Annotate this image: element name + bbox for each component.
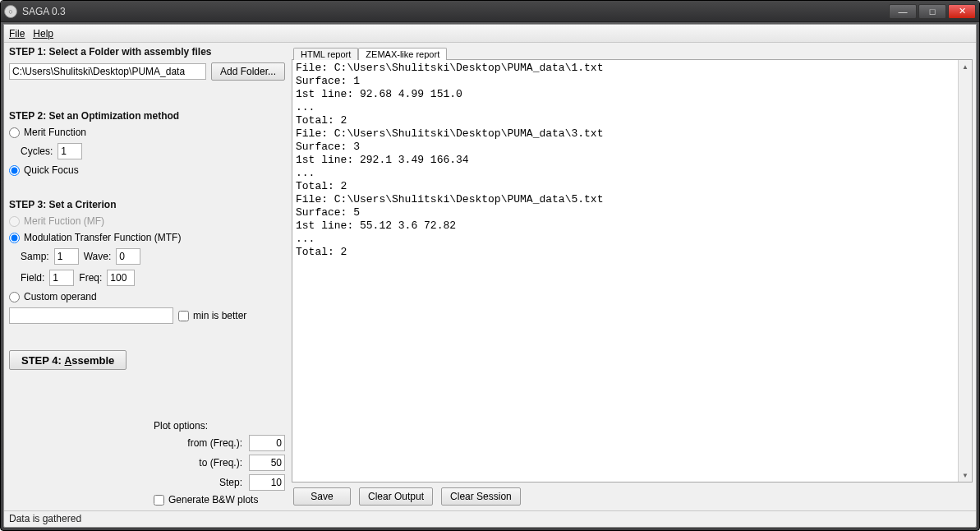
samp-label: Samp: xyxy=(21,251,49,262)
step3-title: STEP 3: Set a Criterion xyxy=(9,199,285,210)
app-icon: ○ xyxy=(4,5,17,18)
radio-merit-function[interactable]: Merit Function xyxy=(9,127,285,138)
report-output[interactable]: File: C:\Users\Shulitski\Desktop\PUMA_da… xyxy=(292,60,958,482)
window-title: SAGA 0.3 xyxy=(22,6,889,17)
radio-mtf[interactable]: Modulation Transfer Function (MTF) xyxy=(9,232,285,243)
clear-session-button[interactable]: Clear Session xyxy=(441,487,521,506)
menu-help[interactable]: Help xyxy=(33,28,53,39)
freq-input[interactable] xyxy=(107,270,135,286)
freq-label: Freq: xyxy=(79,272,102,284)
tab-html-report[interactable]: HTML report xyxy=(293,48,358,60)
field-input[interactable] xyxy=(49,270,74,286)
scroll-down-icon[interactable]: ▼ xyxy=(959,469,972,482)
titlebar[interactable]: ○ SAGA 0.3 — □ ✕ xyxy=(1,1,979,22)
cycles-input[interactable] xyxy=(58,143,82,159)
bw-plots-check[interactable]: Generate B&W plots xyxy=(154,494,285,506)
assemble-button[interactable]: STEP 4: Assemble xyxy=(9,350,127,370)
step-label: Step: xyxy=(154,477,242,488)
left-panel: STEP 1: Select a Folder with assembly fi… xyxy=(4,43,292,510)
add-folder-button[interactable]: Add Folder... xyxy=(211,62,285,81)
samp-input[interactable] xyxy=(54,248,79,265)
from-freq-input[interactable] xyxy=(249,435,285,451)
radio-quick-focus[interactable]: Quick Focus xyxy=(9,164,285,176)
step2-title: STEP 2: Set an Optimization method xyxy=(9,110,285,122)
from-freq-label: from (Freq.): xyxy=(154,437,242,449)
plot-options-title: Plot options: xyxy=(154,420,285,432)
min-is-better-check[interactable]: min is better xyxy=(178,310,246,321)
menubar: File Help xyxy=(4,25,976,43)
scroll-up-icon[interactable]: ▲ xyxy=(959,60,972,73)
clear-output-button[interactable]: Clear Output xyxy=(359,487,433,506)
wave-label: Wave: xyxy=(84,251,112,262)
save-button[interactable]: Save xyxy=(293,487,351,506)
field-label: Field: xyxy=(21,272,44,284)
status-bar: Data is gathered xyxy=(4,510,976,527)
step1-title: STEP 1: Select a Folder with assembly fi… xyxy=(9,46,285,58)
tab-zemax-report[interactable]: ZEMAX-like report xyxy=(358,48,447,60)
right-panel: HTML report ZEMAX-like report File: C:\U… xyxy=(292,43,976,510)
minimize-button[interactable]: — xyxy=(889,4,917,19)
cycles-label: Cycles: xyxy=(21,145,53,157)
maximize-button[interactable]: □ xyxy=(918,4,946,19)
scrollbar[interactable]: ▲ ▼ xyxy=(958,60,972,482)
folder-input[interactable] xyxy=(9,63,206,80)
to-freq-input[interactable] xyxy=(249,455,285,471)
radio-merit-criterion: Merit Fuction (MF) xyxy=(9,215,285,227)
step-input[interactable] xyxy=(249,474,285,491)
radio-custom-operand[interactable]: Custom operand xyxy=(9,291,285,302)
menu-file[interactable]: File xyxy=(9,28,25,39)
wave-input[interactable] xyxy=(116,248,140,265)
to-freq-label: to (Freq.): xyxy=(154,457,242,469)
close-button[interactable]: ✕ xyxy=(948,4,976,19)
custom-operand-input[interactable] xyxy=(9,307,173,324)
